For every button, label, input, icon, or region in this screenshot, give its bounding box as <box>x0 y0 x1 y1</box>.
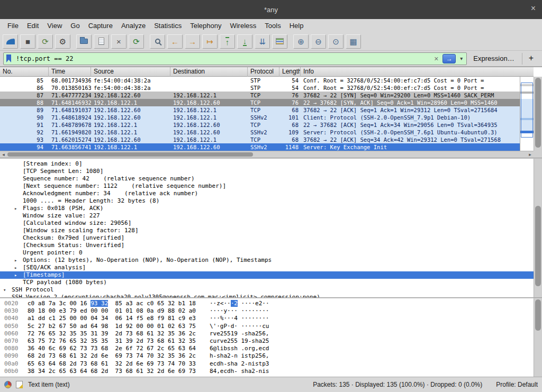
zoom-in-button[interactable]: ⊕ <box>293 34 309 49</box>
scrollbar-thumb[interactable] <box>7 152 253 157</box>
file-save-button[interactable] <box>94 34 109 49</box>
menu-telephony[interactable]: Telephony <box>186 20 225 31</box>
go-back-button[interactable]: ← <box>167 34 183 49</box>
detail-line[interactable]: [Checksum Status: Unverified] <box>0 242 534 249</box>
detail-line[interactable]: ▾SSH Protocol <box>0 286 534 294</box>
scrollbar-thumb[interactable] <box>535 299 541 331</box>
packet-row-86[interactable]: 8670.013850163fe:54:00:d4:38:2aSTP54Conf… <box>0 84 520 92</box>
detail-line[interactable]: Sequence number: 42 (relative sequence n… <box>0 175 534 183</box>
hex-row[interactable]: 006072 76 65 32 35 35 31 39 2d 73 68 61 … <box>4 330 534 338</box>
menu-analyze[interactable]: Analyze <box>117 20 150 31</box>
detail-line[interactable]: [Stream index: 0] <box>0 160 534 168</box>
display-filter-input[interactable]: !tcp.port == 22 × → ▾ <box>3 52 467 65</box>
scrollbar-thumb[interactable] <box>535 78 541 148</box>
packet-row-90[interactable]: 9071.648618924192.168.122.60192.168.122.… <box>0 114 520 121</box>
expander-icon[interactable]: ▸ <box>14 271 23 279</box>
capture-restart-button[interactable]: ⟳ <box>38 34 53 49</box>
hex-row[interactable]: 00505c 27 b2 67 50 ad 64 98 1d 92 00 00 … <box>4 323 534 330</box>
packet-row-85[interactable]: 8568.001734936fe:54:00:d4:38:2aSTP54Conf… <box>0 77 520 84</box>
detail-line[interactable]: TCP payload (1080 bytes) <box>0 279 534 286</box>
hex-row[interactable]: 007063 75 72 76 65 32 35 35 31 39 2d 73 … <box>4 338 534 345</box>
detail-line[interactable]: ▸[Timestamps] <box>0 271 534 279</box>
hex-row[interactable]: 00a065 63 64 68 2d 73 68 61 32 2d 6e 69 … <box>4 360 534 368</box>
file-open-button[interactable] <box>76 34 92 49</box>
zoom-out-button[interactable]: ⊖ <box>311 34 326 49</box>
menu-edit[interactable]: Edit <box>23 20 43 31</box>
packet-row-89[interactable]: 8971.648191037192.168.122.60192.168.122.… <box>0 106 520 114</box>
expert-info-icon[interactable] <box>4 381 12 388</box>
packet-row-88[interactable]: 8871.648146932192.168.122.1192.168.122.6… <box>0 99 520 106</box>
packet-row-87[interactable]: 8771.647777234192.168.122.60192.168.122.… <box>0 92 520 99</box>
packet-list-horizontal-scrollbar[interactable]: ◂ ▸ <box>0 151 534 158</box>
capture-options-button[interactable]: ⚙ <box>55 34 70 49</box>
hex-row[interactable]: 0020c0 a8 7a 3c 00 16 93 32 85 a3 ac c0 … <box>4 300 534 307</box>
profile-text[interactable]: Profile: Default <box>496 381 538 388</box>
hex-row[interactable]: 00b038 34 2c 65 63 64 68 2d 73 68 61 32 … <box>4 368 534 375</box>
go-forward-button[interactable]: → <box>185 34 200 49</box>
detail-line[interactable]: Acknowledgment number: 34 (relative ack … <box>0 190 534 197</box>
close-window-button[interactable]: × <box>531 4 536 13</box>
detail-line[interactable]: ▸[SEQ/ACK analysis] <box>0 264 534 271</box>
detail-line[interactable]: SSH Version 2 (encryption:chacha20-poly1… <box>0 294 534 297</box>
detail-line[interactable]: [Next sequence number: 1122 (relative se… <box>0 183 534 190</box>
filter-clear-icon[interactable]: × <box>434 54 438 63</box>
menu-statistics[interactable]: Statistics <box>150 20 186 31</box>
detail-line[interactable]: ▸Flags: 0x018 (PSH, ACK) <box>0 205 534 212</box>
menu-help[interactable]: Help <box>285 20 308 31</box>
packet-row-91[interactable]: 9171.648789678192.168.122.1192.168.122.6… <box>0 121 520 129</box>
detail-line[interactable]: Window size value: 227 <box>0 212 534 220</box>
column-header-protocol[interactable]: Protocol <box>248 67 279 77</box>
column-header-length[interactable]: Length <box>279 67 301 77</box>
menu-file[interactable]: File <box>3 20 23 31</box>
go-first-button[interactable]: ↑ <box>220 34 235 49</box>
expander-icon[interactable]: ▸ <box>14 257 23 264</box>
colorize-button[interactable] <box>272 34 287 49</box>
packet-row-93[interactable]: 9371.662015274192.168.122.60192.168.122.… <box>0 136 520 143</box>
packet-row-92[interactable]: 9271.661949820192.168.122.1192.168.122.6… <box>0 129 520 136</box>
hex-scrollbar[interactable] <box>534 298 542 377</box>
expander-icon[interactable]: ▾ <box>3 286 12 294</box>
detail-line[interactable]: Checksum: 0x79ed [unverified] <box>0 234 534 242</box>
details-scrollbar[interactable] <box>534 159 542 297</box>
expression-button[interactable]: Expression… <box>473 54 514 62</box>
hex-row[interactable]: 0040a1 dd c1 25 00 00 04 34 06 14 f5 e8 … <box>4 315 534 322</box>
packet-list-vertical-scrollbar[interactable] <box>534 77 542 151</box>
go-last-button[interactable]: ↓ <box>237 34 252 49</box>
filter-apply-button[interactable]: → <box>442 54 456 63</box>
capture-stop-button[interactable]: ■ <box>20 34 35 49</box>
filter-bookmark-icon[interactable] <box>6 54 11 62</box>
menu-tools[interactable]: Tools <box>260 20 285 31</box>
file-close-button[interactable]: × <box>111 34 127 49</box>
detail-line[interactable]: 1000 .... = Header Length: 32 bytes (8) <box>0 197 534 205</box>
column-header-time[interactable]: Time <box>49 67 91 77</box>
detail-line[interactable]: Urgent pointer: 0 <box>0 249 534 257</box>
expander-icon[interactable]: ▸ <box>14 205 23 212</box>
hex-row[interactable]: 009068 2d 73 68 61 32 2d 6e 69 73 74 70 … <box>4 352 534 360</box>
capture-start-button[interactable] <box>3 34 18 49</box>
detail-line[interactable]: [TCP Segment Len: 1080] <box>0 168 534 175</box>
packet-row-94[interactable]: 9471.663856741192.168.122.1192.168.122.6… <box>0 143 520 151</box>
column-header-destination[interactable]: Destination <box>170 67 248 77</box>
zoom-original-button[interactable]: ⊙ <box>328 34 344 49</box>
menu-view[interactable]: View <box>43 20 66 31</box>
hex-row[interactable]: 003080 18 00 e3 79 ed 00 00 01 01 08 0a … <box>4 307 534 315</box>
add-filter-button[interactable]: + <box>522 53 539 65</box>
resize-columns-button[interactable]: ▦ <box>346 34 361 49</box>
detail-line[interactable]: ▸Options: (12 bytes), No-Operation (NOP)… <box>0 257 534 264</box>
expander-icon[interactable]: ▸ <box>14 264 23 271</box>
scroll-right-arrow-icon[interactable]: ▸ <box>527 151 534 158</box>
column-header-no[interactable]: No. <box>0 67 49 77</box>
go-to-packet-button[interactable]: ↦ <box>202 34 218 49</box>
column-header-source[interactable]: Source <box>91 67 170 77</box>
scrollbar-thumb[interactable] <box>535 206 541 286</box>
column-header-info[interactable]: Info <box>301 67 534 77</box>
packet-list-minimap[interactable] <box>520 77 534 151</box>
auto-scroll-button[interactable]: ⇊ <box>255 34 270 49</box>
detail-line[interactable]: [Window size scaling factor: 128] <box>0 227 534 234</box>
capture-comment-icon[interactable] <box>16 381 23 388</box>
scroll-left-arrow-icon[interactable]: ◂ <box>0 151 7 158</box>
filter-dropdown-caret-icon[interactable]: ▾ <box>459 56 464 61</box>
menu-go[interactable]: Go <box>66 20 84 31</box>
hex-row[interactable]: 008036 40 6c 69 62 73 73 68 2e 6f 72 67 … <box>4 345 534 352</box>
find-packet-button[interactable] <box>150 34 165 49</box>
